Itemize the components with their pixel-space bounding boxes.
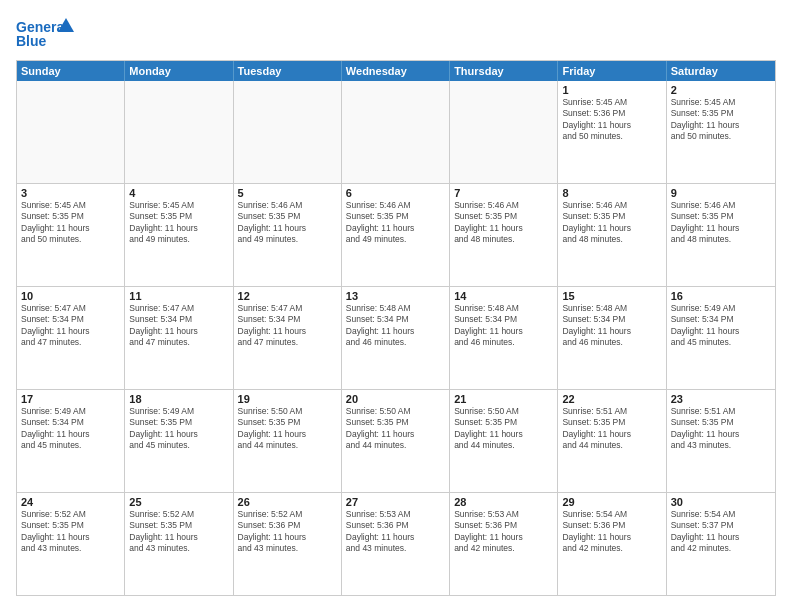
day-cell: 16Sunrise: 5:49 AM Sunset: 5:34 PM Dayli… bbox=[667, 287, 775, 389]
day-number: 12 bbox=[238, 290, 337, 302]
day-info: Sunrise: 5:51 AM Sunset: 5:35 PM Dayligh… bbox=[671, 406, 771, 452]
week-row: 10Sunrise: 5:47 AM Sunset: 5:34 PM Dayli… bbox=[17, 286, 775, 389]
day-number: 23 bbox=[671, 393, 771, 405]
day-info: Sunrise: 5:46 AM Sunset: 5:35 PM Dayligh… bbox=[671, 200, 771, 246]
day-cell bbox=[17, 81, 125, 183]
day-number: 2 bbox=[671, 84, 771, 96]
day-number: 20 bbox=[346, 393, 445, 405]
day-number: 29 bbox=[562, 496, 661, 508]
logo-svg: General Blue bbox=[16, 16, 76, 54]
day-info: Sunrise: 5:45 AM Sunset: 5:35 PM Dayligh… bbox=[129, 200, 228, 246]
day-cell: 12Sunrise: 5:47 AM Sunset: 5:34 PM Dayli… bbox=[234, 287, 342, 389]
day-number: 17 bbox=[21, 393, 120, 405]
week-row: 24Sunrise: 5:52 AM Sunset: 5:35 PM Dayli… bbox=[17, 492, 775, 595]
day-cell: 27Sunrise: 5:53 AM Sunset: 5:36 PM Dayli… bbox=[342, 493, 450, 595]
day-cell: 26Sunrise: 5:52 AM Sunset: 5:36 PM Dayli… bbox=[234, 493, 342, 595]
day-info: Sunrise: 5:45 AM Sunset: 5:35 PM Dayligh… bbox=[21, 200, 120, 246]
day-header: Monday bbox=[125, 61, 233, 81]
day-info: Sunrise: 5:52 AM Sunset: 5:35 PM Dayligh… bbox=[129, 509, 228, 555]
day-cell: 3Sunrise: 5:45 AM Sunset: 5:35 PM Daylig… bbox=[17, 184, 125, 286]
day-header: Saturday bbox=[667, 61, 775, 81]
day-info: Sunrise: 5:53 AM Sunset: 5:36 PM Dayligh… bbox=[454, 509, 553, 555]
day-info: Sunrise: 5:50 AM Sunset: 5:35 PM Dayligh… bbox=[346, 406, 445, 452]
day-cell: 2Sunrise: 5:45 AM Sunset: 5:35 PM Daylig… bbox=[667, 81, 775, 183]
day-number: 26 bbox=[238, 496, 337, 508]
day-cell: 10Sunrise: 5:47 AM Sunset: 5:34 PM Dayli… bbox=[17, 287, 125, 389]
day-info: Sunrise: 5:45 AM Sunset: 5:35 PM Dayligh… bbox=[671, 97, 771, 143]
day-cell bbox=[125, 81, 233, 183]
day-number: 28 bbox=[454, 496, 553, 508]
day-cell: 24Sunrise: 5:52 AM Sunset: 5:35 PM Dayli… bbox=[17, 493, 125, 595]
day-cell: 20Sunrise: 5:50 AM Sunset: 5:35 PM Dayli… bbox=[342, 390, 450, 492]
day-number: 6 bbox=[346, 187, 445, 199]
day-cell: 21Sunrise: 5:50 AM Sunset: 5:35 PM Dayli… bbox=[450, 390, 558, 492]
day-number: 27 bbox=[346, 496, 445, 508]
day-cell: 8Sunrise: 5:46 AM Sunset: 5:35 PM Daylig… bbox=[558, 184, 666, 286]
day-info: Sunrise: 5:48 AM Sunset: 5:34 PM Dayligh… bbox=[346, 303, 445, 349]
day-cell: 23Sunrise: 5:51 AM Sunset: 5:35 PM Dayli… bbox=[667, 390, 775, 492]
day-number: 25 bbox=[129, 496, 228, 508]
day-number: 7 bbox=[454, 187, 553, 199]
day-info: Sunrise: 5:48 AM Sunset: 5:34 PM Dayligh… bbox=[454, 303, 553, 349]
day-cell: 7Sunrise: 5:46 AM Sunset: 5:35 PM Daylig… bbox=[450, 184, 558, 286]
day-number: 8 bbox=[562, 187, 661, 199]
day-header: Friday bbox=[558, 61, 666, 81]
day-cell bbox=[234, 81, 342, 183]
day-info: Sunrise: 5:46 AM Sunset: 5:35 PM Dayligh… bbox=[238, 200, 337, 246]
day-info: Sunrise: 5:46 AM Sunset: 5:35 PM Dayligh… bbox=[562, 200, 661, 246]
day-cell: 15Sunrise: 5:48 AM Sunset: 5:34 PM Dayli… bbox=[558, 287, 666, 389]
day-cell: 28Sunrise: 5:53 AM Sunset: 5:36 PM Dayli… bbox=[450, 493, 558, 595]
day-info: Sunrise: 5:46 AM Sunset: 5:35 PM Dayligh… bbox=[454, 200, 553, 246]
day-cell: 1Sunrise: 5:45 AM Sunset: 5:36 PM Daylig… bbox=[558, 81, 666, 183]
day-cell: 14Sunrise: 5:48 AM Sunset: 5:34 PM Dayli… bbox=[450, 287, 558, 389]
day-info: Sunrise: 5:53 AM Sunset: 5:36 PM Dayligh… bbox=[346, 509, 445, 555]
day-number: 1 bbox=[562, 84, 661, 96]
day-cell: 30Sunrise: 5:54 AM Sunset: 5:37 PM Dayli… bbox=[667, 493, 775, 595]
day-number: 19 bbox=[238, 393, 337, 405]
day-info: Sunrise: 5:47 AM Sunset: 5:34 PM Dayligh… bbox=[21, 303, 120, 349]
day-info: Sunrise: 5:47 AM Sunset: 5:34 PM Dayligh… bbox=[238, 303, 337, 349]
day-number: 13 bbox=[346, 290, 445, 302]
day-cell: 13Sunrise: 5:48 AM Sunset: 5:34 PM Dayli… bbox=[342, 287, 450, 389]
day-info: Sunrise: 5:54 AM Sunset: 5:36 PM Dayligh… bbox=[562, 509, 661, 555]
day-header: Wednesday bbox=[342, 61, 450, 81]
day-info: Sunrise: 5:46 AM Sunset: 5:35 PM Dayligh… bbox=[346, 200, 445, 246]
day-number: 3 bbox=[21, 187, 120, 199]
day-info: Sunrise: 5:45 AM Sunset: 5:36 PM Dayligh… bbox=[562, 97, 661, 143]
day-info: Sunrise: 5:48 AM Sunset: 5:34 PM Dayligh… bbox=[562, 303, 661, 349]
header: General Blue bbox=[16, 16, 776, 54]
day-info: Sunrise: 5:50 AM Sunset: 5:35 PM Dayligh… bbox=[238, 406, 337, 452]
day-number: 30 bbox=[671, 496, 771, 508]
day-number: 9 bbox=[671, 187, 771, 199]
day-number: 18 bbox=[129, 393, 228, 405]
day-cell bbox=[450, 81, 558, 183]
day-number: 15 bbox=[562, 290, 661, 302]
day-number: 22 bbox=[562, 393, 661, 405]
day-number: 14 bbox=[454, 290, 553, 302]
day-cell: 11Sunrise: 5:47 AM Sunset: 5:34 PM Dayli… bbox=[125, 287, 233, 389]
day-number: 24 bbox=[21, 496, 120, 508]
day-cell: 9Sunrise: 5:46 AM Sunset: 5:35 PM Daylig… bbox=[667, 184, 775, 286]
day-header: Thursday bbox=[450, 61, 558, 81]
day-number: 11 bbox=[129, 290, 228, 302]
day-info: Sunrise: 5:54 AM Sunset: 5:37 PM Dayligh… bbox=[671, 509, 771, 555]
day-cell: 18Sunrise: 5:49 AM Sunset: 5:35 PM Dayli… bbox=[125, 390, 233, 492]
day-cell: 5Sunrise: 5:46 AM Sunset: 5:35 PM Daylig… bbox=[234, 184, 342, 286]
day-number: 10 bbox=[21, 290, 120, 302]
day-info: Sunrise: 5:50 AM Sunset: 5:35 PM Dayligh… bbox=[454, 406, 553, 452]
weeks: 1Sunrise: 5:45 AM Sunset: 5:36 PM Daylig… bbox=[17, 81, 775, 595]
calendar: SundayMondayTuesdayWednesdayThursdayFrid… bbox=[16, 60, 776, 596]
page: General Blue SundayMondayTuesdayWednesda… bbox=[0, 0, 792, 612]
day-number: 5 bbox=[238, 187, 337, 199]
day-cell: 25Sunrise: 5:52 AM Sunset: 5:35 PM Dayli… bbox=[125, 493, 233, 595]
day-headers: SundayMondayTuesdayWednesdayThursdayFrid… bbox=[17, 61, 775, 81]
day-cell: 22Sunrise: 5:51 AM Sunset: 5:35 PM Dayli… bbox=[558, 390, 666, 492]
day-number: 4 bbox=[129, 187, 228, 199]
day-number: 16 bbox=[671, 290, 771, 302]
day-info: Sunrise: 5:49 AM Sunset: 5:34 PM Dayligh… bbox=[21, 406, 120, 452]
day-info: Sunrise: 5:49 AM Sunset: 5:35 PM Dayligh… bbox=[129, 406, 228, 452]
day-info: Sunrise: 5:52 AM Sunset: 5:35 PM Dayligh… bbox=[21, 509, 120, 555]
logo: General Blue bbox=[16, 16, 76, 54]
day-cell: 4Sunrise: 5:45 AM Sunset: 5:35 PM Daylig… bbox=[125, 184, 233, 286]
week-row: 1Sunrise: 5:45 AM Sunset: 5:36 PM Daylig… bbox=[17, 81, 775, 183]
